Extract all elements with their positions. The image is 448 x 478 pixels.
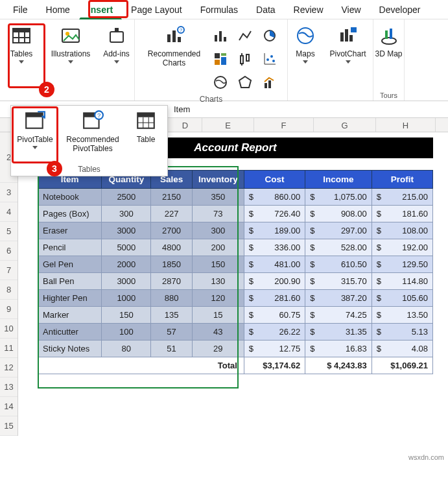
row-header-10[interactable]: 10 <box>0 319 18 339</box>
cell-item[interactable]: Anticutter <box>38 324 102 341</box>
table-row[interactable]: Pencil 5000 4800 200 336.00 528.00 192.0… <box>38 239 433 256</box>
row-header-12[interactable]: 12 <box>0 358 18 377</box>
row-header-4[interactable]: 4 <box>0 202 18 222</box>
cell-cost[interactable]: 60.75 <box>244 307 305 324</box>
row-header-13[interactable]: 13 <box>0 377 18 397</box>
cell-sales[interactable]: 2870 <box>151 273 193 290</box>
cell-income[interactable]: 16.83 <box>305 341 372 357</box>
statistic-chart-button[interactable] <box>235 49 255 69</box>
tab-home[interactable]: Home <box>37 0 79 19</box>
table-row[interactable]: Anticutter 100 57 43 26.22 31.35 5.13 <box>38 324 433 341</box>
row-header-5[interactable]: 5 <box>0 222 18 241</box>
cell-qty[interactable]: 5000 <box>102 239 151 256</box>
row-header-7[interactable]: 7 <box>0 261 18 280</box>
cell-income[interactable]: 528.00 <box>305 239 372 256</box>
cell-profit[interactable]: 13.50 <box>371 307 432 324</box>
cell-item[interactable]: Eraser <box>38 222 102 239</box>
th-cost[interactable]: Cost <box>244 171 305 189</box>
table-button[interactable]: Table <box>126 106 165 165</box>
table-row[interactable]: Eraser 3000 2700 300 189.00 297.00 108.0… <box>38 222 433 239</box>
row-header-6[interactable]: 6 <box>0 241 18 261</box>
tab-page-layout[interactable]: Page Layout <box>122 0 191 19</box>
cell-profit[interactable]: 4.08 <box>371 341 432 357</box>
cell-income[interactable]: 908.00 <box>305 206 372 222</box>
cell-inv[interactable]: 300 <box>192 222 244 239</box>
maps-menu-button[interactable]: Maps <box>289 23 322 65</box>
cell-inv[interactable]: 29 <box>192 341 244 357</box>
cell-profit[interactable]: 5.13 <box>371 324 432 341</box>
cell-sales[interactable]: 2700 <box>151 222 193 239</box>
col-F[interactable]: F <box>254 118 314 132</box>
pie-chart-button[interactable] <box>260 26 279 45</box>
cell-sales[interactable]: 135 <box>151 307 193 324</box>
col-D[interactable]: D <box>169 118 202 132</box>
table-row[interactable]: Ball Pen 3000 2870 130 200.90 315.70 114… <box>38 273 433 290</box>
cell-profit[interactable]: 215.00 <box>371 189 432 206</box>
cell-item[interactable]: Pencil <box>38 239 102 256</box>
th-income[interactable]: Income <box>305 171 372 189</box>
cell-sales[interactable]: 4800 <box>151 239 193 256</box>
tab-insert[interactable]: Insert <box>79 0 122 19</box>
th-inv[interactable]: Inventory <box>192 171 244 189</box>
cell-inv[interactable]: 350 <box>192 189 244 206</box>
line-chart-button[interactable] <box>235 26 255 45</box>
cell-item[interactable]: Gel Pen <box>38 256 102 273</box>
cell-item[interactable]: Highter Pen <box>38 290 102 307</box>
recommended-charts-button[interactable]: ? Recommended Charts <box>142 23 207 69</box>
cell-item[interactable]: Pages (Box) <box>38 206 102 222</box>
cell-cost[interactable]: 26.22 <box>244 324 305 341</box>
cell-item[interactable]: Notebook <box>38 189 102 206</box>
pivotchart-menu-button[interactable]: PivotChart <box>327 23 368 65</box>
column-chart-button[interactable] <box>211 26 230 45</box>
col-G[interactable]: G <box>314 118 376 132</box>
cell-profit[interactable]: 108.00 <box>371 222 432 239</box>
row-header-15[interactable]: 15 <box>0 416 18 436</box>
cell-qty[interactable]: 1000 <box>102 290 151 307</box>
cell-qty[interactable]: 2500 <box>102 189 151 206</box>
cell-income[interactable]: 315.70 <box>305 273 372 290</box>
recommended-pivottables-button[interactable]: ? Recommended PivotTables <box>59 106 126 165</box>
cell-sales[interactable]: 51 <box>151 341 193 357</box>
table-row[interactable]: Marker 150 135 15 60.75 74.25 13.50 <box>38 307 433 324</box>
cell-qty[interactable]: 100 <box>102 324 151 341</box>
tab-review[interactable]: Review <box>285 0 333 19</box>
radar-chart-button[interactable] <box>235 73 255 92</box>
cell-inv[interactable]: 150 <box>192 256 244 273</box>
addins-menu-button[interactable]: Add-ins <box>100 23 134 65</box>
cell-income[interactable]: 387.20 <box>305 290 372 307</box>
col-E[interactable]: E <box>202 118 254 132</box>
cell-income[interactable]: 610.50 <box>305 256 372 273</box>
cell-cost[interactable]: 481.00 <box>244 256 305 273</box>
cell-income[interactable]: 74.25 <box>305 307 372 324</box>
cell-income[interactable]: 1,075.00 <box>305 189 372 206</box>
col-H[interactable]: H <box>376 118 436 132</box>
row-header-8[interactable]: 8 <box>0 280 18 300</box>
cell-profit[interactable]: 181.60 <box>371 206 432 222</box>
cell-cost[interactable]: 860.00 <box>244 189 305 206</box>
cell-qty[interactable]: 2000 <box>102 256 151 273</box>
illustrations-menu-button[interactable]: Illustrations <box>49 23 93 65</box>
cell-sales[interactable]: 2150 <box>151 189 193 206</box>
cell-cost[interactable]: 189.00 <box>244 222 305 239</box>
cell-income[interactable]: 31.35 <box>305 324 372 341</box>
cell-item[interactable]: Marker <box>38 307 102 324</box>
table-row[interactable]: Pages (Box) 300 227 73 726.40 908.00 181… <box>38 206 433 222</box>
cell-inv[interactable]: 73 <box>192 206 244 222</box>
cell-sales[interactable]: 227 <box>151 206 193 222</box>
cell-profit[interactable]: 105.60 <box>371 290 432 307</box>
cell-cost[interactable]: 200.90 <box>244 273 305 290</box>
cell-qty[interactable]: 150 <box>102 307 151 324</box>
cell-qty[interactable]: 300 <box>102 206 151 222</box>
grid-area[interactable]: Account Report Item Quantity Sales Inven… <box>18 132 448 436</box>
cell-qty[interactable]: 80 <box>102 341 151 357</box>
cell-item[interactable]: Sticky Notes <box>38 341 102 357</box>
cell-profit[interactable]: 129.50 <box>371 256 432 273</box>
th-profit[interactable]: Profit <box>371 171 432 189</box>
cell-qty[interactable]: 3000 <box>102 222 151 239</box>
table-row[interactable]: Notebook 2500 2150 350 860.00 1,075.00 2… <box>38 189 433 206</box>
cell-inv[interactable]: 130 <box>192 273 244 290</box>
tab-developer[interactable]: Developer <box>370 0 430 19</box>
cell-cost[interactable]: 726.40 <box>244 206 305 222</box>
combo-chart-button[interactable] <box>260 73 279 92</box>
row-header-11[interactable]: 11 <box>0 339 18 358</box>
